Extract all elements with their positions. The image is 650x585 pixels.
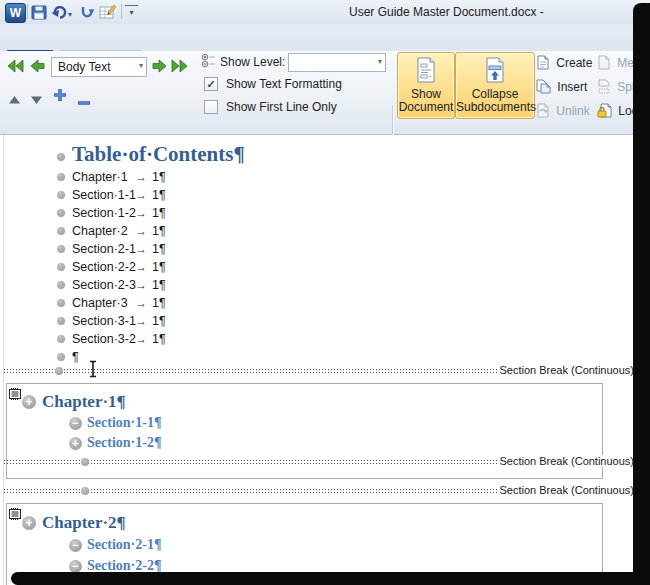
subdoc-chapter-heading[interactable]: Chapter·1¶ (42, 392, 126, 412)
outline-bullet[interactable] (57, 245, 65, 253)
undo-button[interactable] (50, 4, 68, 21)
create-subdocument-button[interactable]: Create (536, 55, 592, 73)
tab-arrow-mark: → (135, 240, 147, 258)
show-level-icon (201, 53, 216, 72)
subdoc-section-heading[interactable]: Section·1-2¶ (87, 435, 161, 451)
outline-bullet[interactable] (55, 367, 63, 375)
page-number[interactable]: 1¶ (152, 186, 166, 204)
show-text-formatting-checkbox[interactable]: ✓ (204, 77, 218, 91)
outline-bullet[interactable] (57, 317, 65, 325)
outline-bullet[interactable] (57, 227, 65, 235)
word-window: W ▾ (0, 0, 650, 585)
outline-bullet[interactable] (57, 153, 65, 161)
tab-arrow-mark: → (135, 294, 147, 312)
toc-heading[interactable]: Table·of·Contents¶ (72, 142, 245, 167)
collapse-handle[interactable]: − (69, 539, 82, 552)
draw-table-button[interactable] (99, 3, 117, 20)
page-number[interactable]: 1¶ (152, 204, 166, 222)
page-number[interactable]: 1¶ (152, 222, 166, 240)
qat-customize-dropdown[interactable]: ▾ (125, 5, 138, 20)
outline-text[interactable]: Section·1-2 (72, 204, 136, 222)
outline-bullet[interactable] (81, 458, 89, 466)
section-break-dots (4, 489, 504, 493)
page-number[interactable]: 1¶ (152, 168, 166, 186)
outline-text[interactable]: Section·3-1 (72, 312, 136, 330)
expand-handle[interactable]: + (22, 395, 36, 409)
outline-bullet[interactable] (57, 173, 65, 181)
collapse-button[interactable] (77, 92, 91, 110)
outline-text[interactable]: Chapter·3 (72, 294, 128, 312)
merge-subdocuments-button[interactable]: Me (597, 55, 634, 73)
outline-text[interactable]: Section·2-3 (72, 276, 136, 294)
double-left-arrow-icon (7, 59, 25, 73)
outline-text[interactable]: Chapter·1 (72, 168, 128, 186)
collapse-handle[interactable]: − (69, 417, 82, 430)
promote-button[interactable] (30, 59, 45, 77)
outline-bullet[interactable] (57, 281, 65, 289)
outline-text[interactable]: Section·3-2 (72, 330, 136, 348)
split-subdocument-button[interactable]: Spl (597, 79, 635, 97)
outline-bullet[interactable] (57, 299, 65, 307)
combobox-dropdown-arrow[interactable]: ▾ (378, 57, 382, 66)
tab-arrow-mark: → (135, 276, 147, 294)
section-break-dots (4, 369, 504, 373)
show-document-button[interactable]: Show Document (397, 52, 455, 119)
expand-handle[interactable]: + (22, 516, 36, 530)
promote-to-heading1-button[interactable] (7, 59, 25, 77)
demote-to-body-text-button[interactable] (170, 59, 188, 77)
section-break-line: Section Break (Continuous) (4, 484, 634, 498)
unlink-button[interactable]: Unlink (536, 103, 590, 121)
left-arrow-icon (30, 59, 45, 73)
show-text-formatting-label: Show Text Formatting (226, 77, 342, 91)
collapse-subdocuments-button[interactable]: Collapse Subdocuments (455, 52, 535, 119)
subdoc-section-heading[interactable]: Section·1-1¶ (87, 415, 161, 431)
insert-subdocument-button[interactable]: Insert (536, 79, 587, 97)
outline-bullet[interactable] (57, 191, 65, 199)
page-number[interactable]: 1¶ (152, 276, 166, 294)
subdocument-icon[interactable] (9, 386, 21, 404)
outline-row: Chapter·3 → 1¶ (0, 294, 650, 312)
page-number[interactable]: 1¶ (152, 330, 166, 348)
ribbon-tab-row: File Outlining Home Insert Page Layout R… (0, 24, 650, 51)
outline-bullet[interactable] (57, 335, 65, 343)
page-number[interactable]: 1¶ (152, 294, 166, 312)
lock-document-button[interactable]: Loc (597, 103, 638, 121)
outline-bullet[interactable] (57, 263, 65, 271)
show-first-line-only-checkbox[interactable] (204, 100, 218, 114)
subdoc-chapter-heading[interactable]: Chapter·2¶ (42, 513, 126, 533)
show-level-combobox[interactable]: ▾ (288, 53, 386, 72)
subdoc-section-heading[interactable]: Section·2-1¶ (87, 537, 161, 553)
outline-text[interactable]: Section·1-1 (72, 186, 136, 204)
tab-arrow-mark: → (135, 186, 147, 204)
outline-level-combobox[interactable]: Body Text ▾ (51, 57, 147, 77)
qat-separator (121, 4, 122, 19)
undo-dropdown-arrow[interactable]: ▾ (68, 10, 72, 19)
tab-arrow-mark: → (135, 258, 147, 276)
checkmark-icon: ✓ (206, 78, 215, 90)
word-logo-icon[interactable]: W (5, 3, 26, 23)
page-number[interactable]: 1¶ (152, 240, 166, 258)
subdocument-icon[interactable] (9, 506, 21, 524)
save-button[interactable] (30, 4, 48, 21)
merge-label: Me (617, 56, 634, 70)
outline-bullet[interactable] (81, 487, 89, 495)
outline-text[interactable]: Section·2-1 (72, 240, 136, 258)
create-icon (536, 55, 550, 73)
page-number[interactable]: 1¶ (152, 258, 166, 276)
outline-bullet[interactable] (57, 209, 65, 217)
draw-table-icon (99, 3, 117, 21)
combobox-dropdown-arrow[interactable]: ▾ (139, 61, 143, 70)
move-up-button[interactable] (8, 91, 21, 109)
expand-handle[interactable]: + (69, 437, 82, 450)
outline-text[interactable]: Section·2-2 (72, 258, 136, 276)
title-bar: W ▾ (0, 0, 650, 24)
outline-row: Section·1-2 → 1¶ (0, 204, 650, 222)
repeat-button[interactable] (78, 4, 96, 21)
unlink-label: Unlink (556, 104, 589, 118)
page-number[interactable]: 1¶ (152, 312, 166, 330)
expand-button[interactable] (53, 88, 67, 106)
demote-button[interactable] (152, 59, 167, 77)
move-down-button[interactable] (30, 91, 43, 109)
outline-text[interactable]: Chapter·2 (72, 222, 128, 240)
outline-bullet[interactable] (57, 353, 65, 361)
